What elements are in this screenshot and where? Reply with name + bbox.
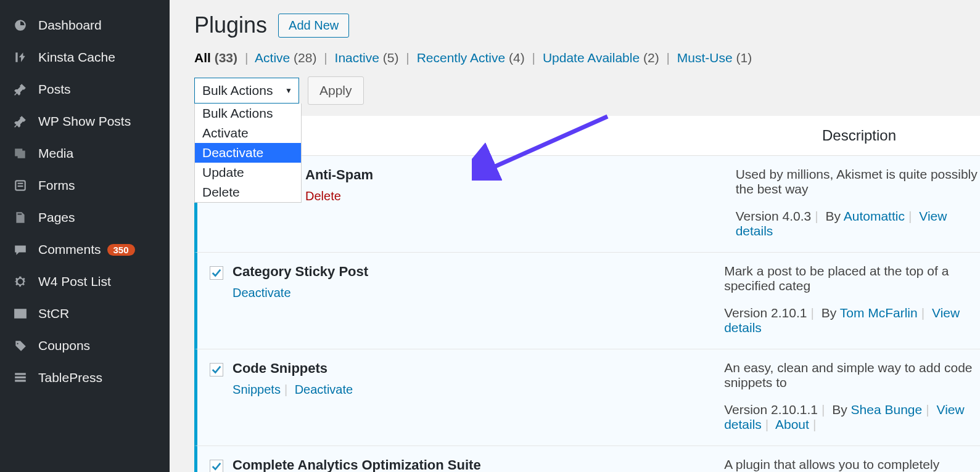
comments-badge: 350 <box>107 244 135 256</box>
plugin-description: A plugin that allows you to completely o… <box>724 457 980 472</box>
sidebar-item-label: WP Show Posts <box>38 114 131 129</box>
sidebar-item-kinsta-cache[interactable]: Kinsta Cache <box>0 41 170 73</box>
plugin-about-link[interactable]: About <box>775 417 809 431</box>
filter-all[interactable]: All (33) <box>194 51 237 65</box>
pin-icon <box>11 82 30 97</box>
sidebar-item-label: TablePress <box>38 370 102 385</box>
main-content: Plugins Add New All (33) | Active (28) |… <box>170 0 980 472</box>
tag-icon <box>11 338 30 353</box>
filter-recently-active[interactable]: Recently Active (4) <box>417 51 525 65</box>
svg-rect-6 <box>15 380 26 381</box>
plugin-checkbox[interactable] <box>210 266 223 280</box>
bulk-option-bulk-actions[interactable]: Bulk Actions <box>195 104 301 123</box>
filter-active[interactable]: Active (28) <box>255 51 316 65</box>
sidebar-item-label: Comments <box>38 242 101 257</box>
media-icon <box>11 146 30 161</box>
pages-icon <box>11 210 30 225</box>
sidebar-item-label: Pages <box>38 210 75 225</box>
plugin-author-link[interactable]: Automattic <box>844 209 905 223</box>
mail-icon <box>11 306 30 321</box>
sidebar-item-wp-show-posts[interactable]: WP Show Posts <box>0 105 170 137</box>
sidebar-item-pages[interactable]: Pages <box>0 201 170 234</box>
plugin-action-snippets[interactable]: Snippets <box>233 383 281 396</box>
table-icon <box>11 370 30 385</box>
plugin-author-link[interactable]: Tom McFarlin <box>840 306 918 320</box>
plugin-action-delete[interactable]: Delete <box>305 189 341 203</box>
sidebar-item-comments[interactable]: Comments 350 <box>0 234 170 266</box>
sidebar-item-label: Media <box>38 146 73 161</box>
sidebar-item-coupons[interactable]: Coupons <box>0 330 170 362</box>
sidebar-item-label: Kinsta Cache <box>38 50 115 65</box>
sidebar-item-label: Dashboard <box>38 18 102 33</box>
admin-sidebar: Dashboard Kinsta Cache Posts WP Show Pos… <box>0 0 170 472</box>
sidebar-item-stcr[interactable]: StCR <box>0 298 170 330</box>
plugin-name: Code Snippets <box>233 360 502 376</box>
bulk-option-deactivate[interactable]: Deactivate <box>195 143 301 163</box>
plugin-checkbox[interactable] <box>210 363 223 376</box>
sidebar-item-tablepress[interactable]: TablePress <box>0 362 170 394</box>
plugin-row: Code Snippets Snippets| Deactivate An ea… <box>194 349 980 446</box>
sidebar-item-label: Coupons <box>38 338 90 353</box>
plugin-name: Complete Analytics Optimization Suite (C… <box>233 457 502 472</box>
bulk-option-delete[interactable]: Delete <box>195 182 301 202</box>
plugin-description: Used by millions, Akismet is quite possi… <box>736 167 980 197</box>
sidebar-item-label: Forms <box>38 178 75 193</box>
forms-icon <box>11 178 30 193</box>
plugin-description: Mark a post to be placed at the top of a… <box>724 264 980 293</box>
plugin-row: Category Sticky Post Deactivate Mark a p… <box>194 253 980 349</box>
column-description: Description <box>822 127 896 144</box>
sidebar-item-label: Posts <box>38 82 71 97</box>
plugin-checkbox[interactable] <box>210 460 223 472</box>
filter-update-available[interactable]: Update Available (2) <box>543 51 659 65</box>
page-title: Plugins <box>194 12 267 38</box>
sidebar-item-dashboard[interactable]: Dashboard <box>0 9 170 41</box>
plugin-description: An easy, clean and simple way to add cod… <box>724 360 980 390</box>
plugin-author-link[interactable]: Shea Bunge <box>851 402 923 417</box>
bulk-actions-select[interactable]: Bulk Actions <box>194 78 299 104</box>
pin-icon <box>11 114 30 129</box>
plugin-row: Anti-Spam Delete Used by millions, Akism… <box>194 156 980 253</box>
sidebar-item-w4-post-list[interactable]: W4 Post List <box>0 266 170 298</box>
kinsta-icon <box>11 50 30 65</box>
add-new-button[interactable]: Add New <box>278 14 349 38</box>
filter-inactive[interactable]: Inactive (5) <box>335 51 399 65</box>
filter-links: All (33) | Active (28) | Inactive (5) | … <box>194 51 980 65</box>
svg-rect-1 <box>18 183 23 184</box>
svg-rect-4 <box>15 373 26 375</box>
filter-must-use[interactable]: Must-Use (1) <box>677 51 752 65</box>
plugin-action-deactivate[interactable]: Deactivate <box>233 286 291 299</box>
bulk-option-activate[interactable]: Activate <box>195 123 301 143</box>
plugin-action-deactivate[interactable]: Deactivate <box>295 383 353 396</box>
bulk-option-update[interactable]: Update <box>195 163 301 182</box>
gear-icon <box>11 274 30 289</box>
svg-rect-3 <box>15 309 26 317</box>
sidebar-item-label: W4 Post List <box>38 274 111 289</box>
sidebar-item-forms[interactable]: Forms <box>0 169 170 201</box>
plugin-row: Complete Analytics Optimization Suite (C… <box>194 446 980 472</box>
svg-rect-5 <box>15 376 26 378</box>
table-header: Description <box>194 116 980 156</box>
sidebar-item-media[interactable]: Media <box>0 137 170 169</box>
plugin-name: Anti-Spam <box>305 167 563 183</box>
bulk-actions-dropdown: Bulk Actions Activate Deactivate Update … <box>194 104 302 203</box>
dashboard-icon <box>11 18 30 33</box>
sidebar-item-posts[interactable]: Posts <box>0 73 170 105</box>
comments-icon <box>11 242 30 257</box>
plugin-name: Category Sticky Post <box>233 264 502 280</box>
sidebar-item-label: StCR <box>38 306 69 321</box>
svg-rect-2 <box>18 185 23 187</box>
apply-button[interactable]: Apply <box>308 76 364 105</box>
